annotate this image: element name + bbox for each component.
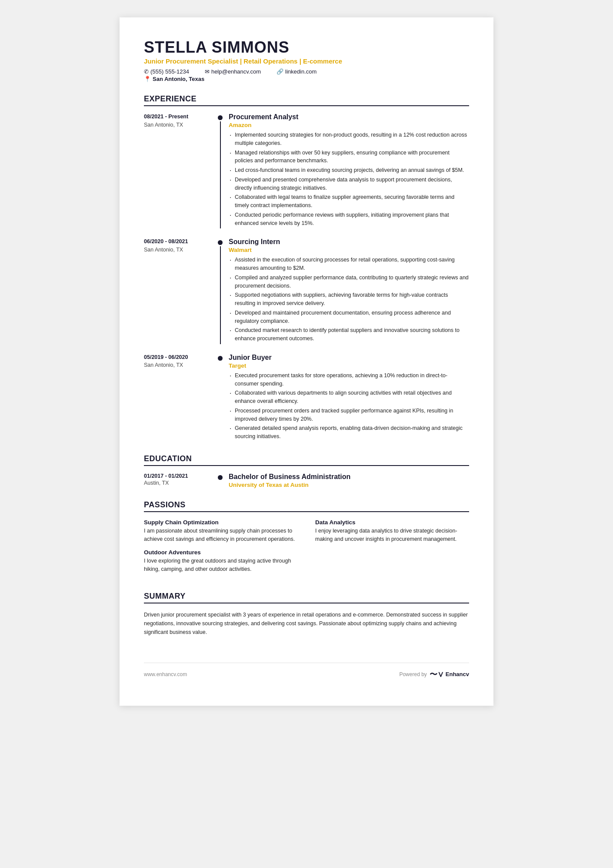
bullet: Assisted in the execution of sourcing pr…: [229, 256, 469, 272]
job-2-location: San Antonio, TX: [144, 247, 213, 253]
edu-degree: Bachelor of Business Administration: [229, 473, 469, 481]
edu-right: Bachelor of Business Administration Univ…: [229, 473, 469, 488]
powered-by-label: Powered by: [399, 671, 426, 677]
job-2-line: [220, 246, 221, 344]
job-2-dot: [218, 240, 223, 245]
passion-col-left: Supply Chain Optimization I am passionat…: [144, 519, 298, 580]
job-3-left: 05/2019 - 06/2020 San Antonio, TX: [144, 354, 218, 442]
candidate-name: STELLA SIMMONS: [144, 38, 469, 57]
job-1-right: Procurement Analyst Amazon Implemented s…: [229, 113, 469, 228]
job-1-company: Amazon: [229, 122, 469, 128]
email-icon: ✉: [205, 68, 210, 75]
footer-logo: 〜∨ Enhancv: [430, 669, 469, 680]
passions-section: PASSIONS Supply Chain Optimization I am …: [144, 500, 469, 580]
bullet: Generated detailed spend analysis report…: [229, 424, 469, 441]
job-2-company: Walmart: [229, 247, 469, 253]
education-item-1: 01/2017 - 01/2021 Austin, TX Bachelor of…: [144, 473, 469, 488]
summary-section: SUMMARY Driven junior procurement specia…: [144, 592, 469, 637]
edu-location: Austin, TX: [144, 480, 213, 486]
bullet: Compiled and analyzed supplier performan…: [229, 274, 469, 290]
job-1-date: 08/2021 - Present: [144, 113, 213, 121]
enhancv-logo-icon: 〜∨: [430, 669, 444, 680]
passion-2-desc: I enjoy leveraging data analytics to dri…: [315, 527, 469, 543]
bullet: Implemented sourcing strategies for non-…: [229, 131, 469, 147]
header-contacts: ✆ (555) 555-1234 ✉ help@enhancv.com 🔗 li…: [144, 68, 469, 75]
phone-icon: ✆: [144, 68, 149, 75]
passions-grid: Supply Chain Optimization I am passionat…: [144, 519, 469, 580]
job-1-dot: [218, 115, 223, 120]
job-1-timeline: [218, 113, 229, 228]
bullet: Developed and maintained procurement doc…: [229, 309, 469, 325]
footer-url: www.enhancv.com: [144, 671, 187, 677]
job-3-dot: [218, 356, 223, 361]
enhancv-brand-name: Enhancv: [446, 671, 469, 677]
job-3-company: Target: [229, 362, 469, 369]
edu-school: University of Texas at Austin: [229, 482, 469, 488]
job-2-left: 06/2020 - 08/2021 San Antonio, TX: [144, 238, 218, 344]
summary-section-title: SUMMARY: [144, 592, 469, 603]
email-address: help@enhancv.com: [211, 68, 261, 75]
passion-2-name: Data Analytics: [315, 519, 469, 526]
bullet: Conducted market research to identify po…: [229, 326, 469, 343]
experience-section-title: EXPERIENCE: [144, 94, 469, 106]
bullet: Conducted periodic performance reviews w…: [229, 211, 469, 228]
job-3-location: San Antonio, TX: [144, 362, 213, 368]
header: STELLA SIMMONS Junior Procurement Specia…: [144, 38, 469, 82]
summary-text: Driven junior procurement specialist wit…: [144, 610, 469, 637]
passions-section-title: PASSIONS: [144, 500, 469, 512]
experience-section: EXPERIENCE 08/2021 - Present San Antonio…: [144, 94, 469, 442]
job-2-bullets: Assisted in the execution of sourcing pr…: [229, 256, 469, 343]
linkedin-icon: 🔗: [277, 68, 283, 75]
job-1: 08/2021 - Present San Antonio, TX Procur…: [144, 113, 469, 228]
linkedin-contact: 🔗 linkedin.com: [277, 68, 316, 75]
job-1-bullets: Implemented sourcing strategies for non-…: [229, 131, 469, 227]
bullet: Collaborated with legal teams to finaliz…: [229, 193, 469, 210]
job-2-role: Sourcing Intern: [229, 238, 469, 246]
passion-3: Outdoor Adventures I love exploring the …: [144, 549, 298, 573]
education-section-title: EDUCATION: [144, 454, 469, 466]
bullet: Collaborated with various departments to…: [229, 389, 469, 406]
linkedin-url: linkedin.com: [285, 68, 316, 75]
edu-timeline: [218, 473, 229, 488]
passion-col-right: Data Analytics I enjoy leveraging data a…: [315, 519, 469, 580]
bullet: Processed procurement orders and tracked…: [229, 407, 469, 423]
job-1-role: Procurement Analyst: [229, 113, 469, 121]
footer-powered: Powered by 〜∨ Enhancv: [399, 669, 469, 680]
bullet: Managed relationships with over 50 key s…: [229, 149, 469, 165]
location-contact: 📍 San Antonio, Texas: [144, 76, 469, 82]
job-1-line: [220, 121, 221, 228]
resume-footer: www.enhancv.com Powered by 〜∨ Enhancv: [144, 663, 469, 680]
phone-number: (555) 555-1234: [150, 68, 189, 75]
bullet: Supported negotiations with suppliers, a…: [229, 291, 469, 308]
job-3-timeline: [218, 354, 229, 442]
edu-dot: [218, 475, 223, 480]
job-3-date: 05/2019 - 06/2020: [144, 354, 213, 362]
job-3-role: Junior Buyer: [229, 354, 469, 362]
location-text: San Antonio, Texas: [153, 76, 204, 82]
edu-left: 01/2017 - 01/2021 Austin, TX: [144, 473, 218, 488]
passion-3-name: Outdoor Adventures: [144, 549, 298, 556]
job-3-right: Junior Buyer Target Executed procurement…: [229, 354, 469, 442]
email-contact: ✉ help@enhancv.com: [205, 68, 261, 75]
candidate-title: Junior Procurement Specialist | Retail O…: [144, 57, 469, 65]
bullet: Developed and presented comprehensive da…: [229, 176, 469, 192]
education-section: EDUCATION 01/2017 - 01/2021 Austin, TX B…: [144, 454, 469, 488]
edu-date: 01/2017 - 01/2021: [144, 473, 213, 479]
job-2-timeline: [218, 238, 229, 344]
job-2-right: Sourcing Intern Walmart Assisted in the …: [229, 238, 469, 344]
passion-2: Data Analytics I enjoy leveraging data a…: [315, 519, 469, 543]
resume-page: STELLA SIMMONS Junior Procurement Specia…: [120, 17, 493, 706]
job-3-bullets: Executed procurement tasks for store ope…: [229, 372, 469, 441]
job-3: 05/2019 - 06/2020 San Antonio, TX Junior…: [144, 354, 469, 442]
passion-3-desc: I love exploring the great outdoors and …: [144, 557, 298, 573]
bullet: Executed procurement tasks for store ope…: [229, 372, 469, 388]
phone-contact: ✆ (555) 555-1234: [144, 68, 189, 75]
job-1-left: 08/2021 - Present San Antonio, TX: [144, 113, 218, 228]
passion-1-name: Supply Chain Optimization: [144, 519, 298, 526]
passion-1-desc: I am passionate about streamlining suppl…: [144, 527, 298, 543]
job-2-date: 06/2020 - 08/2021: [144, 238, 213, 246]
job-2: 06/2020 - 08/2021 San Antonio, TX Sourci…: [144, 238, 469, 344]
bullet: Led cross-functional teams in executing …: [229, 166, 469, 174]
location-icon: 📍: [144, 76, 151, 82]
passion-1: Supply Chain Optimization I am passionat…: [144, 519, 298, 543]
